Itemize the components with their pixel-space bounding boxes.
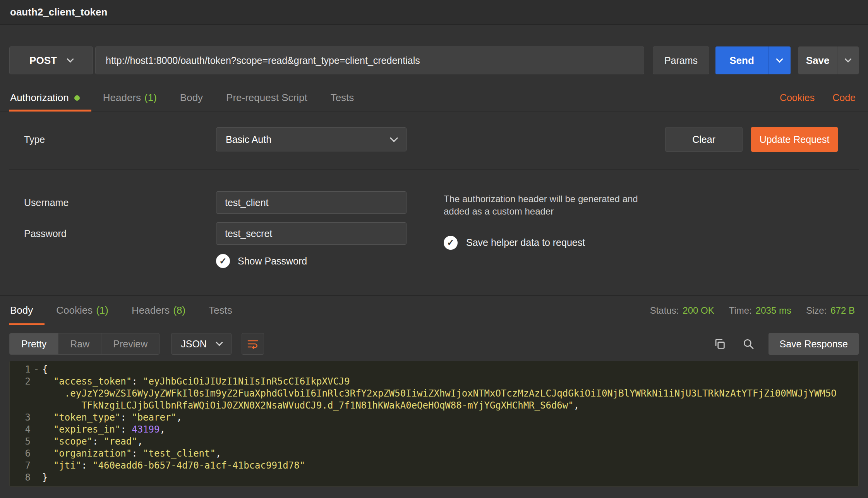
tab-count: (1) [144,92,157,104]
line-number: 1 [10,364,31,376]
auth-type-row: Type Basic Auth Clear Update Request [9,127,859,152]
search-icon [742,337,755,350]
page-title: oauth2_client_token [10,6,107,18]
active-auth-dot [74,95,80,101]
response-tab-body[interactable]: Body [9,296,45,325]
code-line: 4 "expires_in": 43199, [10,424,858,436]
tab-headers[interactable]: Headers (1) [91,84,168,111]
response-format-dropdown[interactable]: JSON [171,333,232,355]
method-label: POST [29,55,57,67]
line-number: 2 [10,376,31,388]
request-tabs: Authorization Headers (1) Body Pre-reque… [0,84,868,112]
tab-label: Body [180,92,203,104]
show-password-row: ✓ Show Password [216,254,407,268]
params-button[interactable]: Params [653,46,709,74]
tab-label: Headers [103,92,141,104]
cookies-link[interactable]: Cookies [780,92,815,103]
request-url-bar: POST Params Send Save [9,46,859,74]
save-helper-checkbox[interactable]: ✓ [444,236,458,250]
wrap-text-button[interactable] [242,333,264,355]
password-field[interactable] [216,222,407,245]
view-mode-preview[interactable]: Preview [101,333,159,354]
time-label: Time: [729,305,752,316]
response-body-code[interactable]: 1-{2 "access_token": "eyJhbGciOiJIUzI1Ni… [9,361,859,487]
username-field[interactable] [216,191,407,214]
fold-gutter [31,436,42,448]
send-button-group: Send [715,46,791,74]
code-text: } [42,472,48,484]
tab-pre-request-script[interactable]: Pre-request Script [214,84,319,111]
tab-label: Cookies [56,304,93,316]
update-request-button[interactable]: Update Request [751,127,838,152]
username-row: Username [9,191,407,214]
tab-label: Pre-request Script [226,92,307,104]
code-text: { [42,364,48,376]
wrap-text-icon [247,338,259,350]
code-text: "jti": "460eadd6-b657-4d70-a1cf-41bcac99… [42,460,305,472]
code-line: 8} [10,472,858,484]
copy-response-button[interactable] [711,335,728,352]
status-label: Status: [650,305,679,316]
fold-gutter [31,460,42,472]
save-options-button[interactable] [837,46,859,74]
code-line: 2 "access_token": "eyJhbGciOiJIUzI1NiIsI… [10,376,858,388]
code-text: "access_token": "eyJhbGciOiJIUzI1NiIsInR… [42,376,350,388]
auth-type-actions: Clear Update Request [665,127,838,152]
code-line: 7 "jti": "460eadd6-b657-4d70-a1cf-41bcac… [10,460,858,472]
response-tab-headers[interactable]: Headers (8) [120,296,197,325]
response-tab-cookies[interactable]: Cookies (1) [45,296,120,325]
show-password-checkbox[interactable]: ✓ [216,254,230,268]
tab-count: (1) [96,304,108,316]
response-tabs: Body Cookies (1) Headers (8) Tests Statu… [0,296,868,325]
save-button[interactable]: Save [798,46,837,74]
code-line: TFkNzgiLCJjbGllbnRfaWQiOiJ0ZXN0X2NsaWVud… [10,400,858,412]
response-toolbar-right: Save Response [711,333,859,355]
fold-gutter [31,424,42,436]
tab-authorization[interactable]: Authorization [9,84,91,111]
tab-tests[interactable]: Tests [319,84,366,111]
time-value: 2035 ms [756,305,791,316]
code-text: "scope": "read", [42,436,143,448]
save-response-button[interactable]: Save Response [769,333,859,355]
tab-label: Headers [132,304,170,316]
send-options-button[interactable] [768,46,791,74]
code-link[interactable]: Code [832,92,856,103]
view-mode-pretty[interactable]: Pretty [10,333,58,354]
status-value: 200 OK [683,305,714,316]
show-password-label: Show Password [238,256,307,267]
username-label: Username [9,197,216,208]
tab-label: Body [10,304,33,316]
auth-type-value: Basic Auth [226,134,271,145]
section-divider [9,169,859,170]
method-dropdown[interactable]: POST [9,46,93,74]
chevron-down-icon [390,134,398,142]
line-number: 6 [10,448,31,460]
auth-helper-text: The authorization header will be generat… [444,193,653,218]
response-format-value: JSON [181,338,207,350]
fold-gutter [31,448,42,460]
tab-label: Authorization [10,92,69,104]
clear-button[interactable]: Clear [665,127,743,152]
view-mode-raw[interactable]: Raw [58,333,101,354]
type-label: Type [9,134,216,145]
chevron-down-icon [776,55,783,62]
fold-gutter [31,376,42,388]
line-number [10,400,31,412]
fold-gutter [31,472,42,484]
tabs-right-links: Cookies Code [780,84,859,111]
save-helper-label: Save helper data to request [466,237,585,248]
line-number: 3 [10,412,31,424]
chevron-down-icon [844,55,851,62]
send-button[interactable]: Send [715,46,768,74]
response-tab-tests[interactable]: Tests [197,296,244,325]
time-group: Time: 2035 ms [729,305,791,316]
search-response-button[interactable] [740,335,757,352]
response-toolbar: Pretty Raw Preview JSON [9,333,859,355]
auth-type-dropdown[interactable]: Basic Auth [216,127,407,151]
tab-body[interactable]: Body [168,84,214,111]
code-text: TFkNzgiLCJjbGllbnRfaWQiOiJ0ZXN0X2NsaWVud… [42,400,579,412]
url-input[interactable] [95,46,644,74]
fold-gutter [31,412,42,424]
fold-toggle-icon[interactable]: - [31,364,42,376]
tab-label: Tests [209,304,232,316]
